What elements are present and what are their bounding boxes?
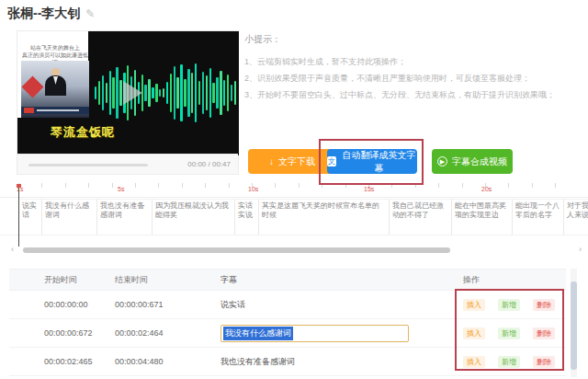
- waveform-bar: [112, 77, 114, 109]
- ruler-tick: [532, 183, 533, 188]
- delete-link[interactable]: 删除: [533, 327, 555, 339]
- waveform-bar: [202, 72, 204, 114]
- hscroll-left-arrow[interactable]: ‹: [11, 245, 14, 254]
- subtitle-edit-input[interactable]: 我没有什么感谢词: [220, 325, 409, 342]
- ruler-tick-label: 15s: [364, 186, 374, 192]
- edit-title-icon[interactable]: ✎: [85, 7, 95, 20]
- timeline-segment[interactable]: 我也没有准备感谢词: [97, 199, 153, 235]
- video-thumbnail: [21, 61, 89, 118]
- waveform-bar: [234, 81, 236, 105]
- cell-operations: 插入新增删除: [450, 327, 566, 339]
- waveform-bar: [166, 82, 168, 104]
- insert-link[interactable]: 插入: [463, 356, 485, 368]
- header-subtitle: 字幕: [220, 274, 450, 286]
- waveform-bar: [184, 79, 186, 107]
- timeline-playhead[interactable]: [18, 184, 19, 247]
- delete-link[interactable]: 删除: [533, 356, 555, 368]
- timeline-segment[interactable]: 其实是这届飞天奖的时候宣布名单的时候: [259, 199, 390, 235]
- hscroll-thumb[interactable]: [23, 247, 450, 253]
- insert-link[interactable]: 插入: [463, 299, 485, 311]
- waveform-bar: [152, 87, 153, 98]
- subtitle-synthesize-video-button[interactable]: ▶ 字幕合成视频: [432, 149, 513, 174]
- waveform-bar: [176, 77, 178, 109]
- tip-item-1: 1、云端剪辑实时生成，暂不支持此项操作；: [244, 53, 580, 70]
- subtitle-segments-track: 说实话我没有什么感谢词我也没有准备感谢词因为我压根就没认为我能得奖实话实说其实是…: [0, 199, 588, 235]
- waveform-bar: [187, 69, 189, 117]
- cell-end-time: 00:00:02:464: [115, 328, 220, 338]
- cell-operations: 插入新增删除: [450, 299, 566, 311]
- text-download-button[interactable]: ↓ 文字下载: [248, 149, 336, 174]
- table-row: 00:00:02:46500:00:04:480我也没有准备感谢词插入新增删除: [9, 348, 566, 376]
- timeline-segment[interactable]: 我没有什么感谢词: [42, 199, 97, 235]
- ruler-tick-label: 20s: [481, 186, 492, 192]
- timeline-segment[interactable]: 我自己就已经激动的不得了: [390, 199, 452, 235]
- vscroll-thumb[interactable]: [571, 281, 577, 370]
- table-row: 00:00:00:67200:00:02:464我没有什么感谢词插入新增删除: [9, 319, 566, 348]
- waveform-bar: [95, 86, 96, 99]
- download-icon: ↓: [269, 156, 274, 167]
- waveform-bar: [195, 63, 197, 122]
- waveform-bar: [191, 73, 193, 113]
- thumbnail-red-decoration: [21, 75, 43, 98]
- add-link[interactable]: 新增: [498, 356, 520, 368]
- waveform-bar: [163, 88, 164, 98]
- ruler-tick-label: 5s: [118, 186, 124, 192]
- ruler-tick: [88, 183, 89, 188]
- thumbnail-lower-banner: [21, 107, 89, 114]
- cell-subtitle: 我没有什么感谢词: [220, 325, 450, 342]
- video-subtitle-caption: 琴流盒饭呢: [51, 124, 115, 141]
- insert-link[interactable]: 插入: [463, 327, 485, 339]
- hscroll-right-arrow[interactable]: ›: [579, 245, 582, 254]
- cell-subtitle: 说实话: [220, 299, 450, 311]
- ruler-tick: [415, 183, 416, 188]
- waveform-bar: [231, 85, 232, 101]
- timeline-segment[interactable]: 能在中国最高奖项的实现里边: [452, 199, 513, 235]
- page-title: 张桐--李大钊✎: [7, 6, 95, 22]
- video-player[interactable]: 站在飞天奖的舞台上 真正的演员可以如此谦逊低调 琴流盒饭呢 00:00 / 00…: [17, 30, 239, 175]
- audio-waveform: [95, 37, 236, 149]
- waveform-bar: [98, 81, 100, 105]
- timeline-segment[interactable]: 能出现一个八零后的名字: [513, 199, 564, 235]
- waveform-bar: [116, 67, 118, 119]
- ruler-tick-label: 10s: [248, 186, 258, 192]
- table-row: 00:00:00:0000:00:00:671说实话插入新增删除: [9, 291, 566, 319]
- ruler-tick: [345, 183, 346, 188]
- cell-end-time: 00:00:04:480: [115, 357, 220, 366]
- cell-start-time: 00:00:00:00: [9, 300, 115, 309]
- waveform-bar: [216, 77, 218, 109]
- waveform-bar: [170, 74, 172, 112]
- player-progress-row: 00:00 / 00:47: [17, 154, 238, 174]
- ruler-tick: [438, 183, 439, 188]
- waveform-bar: [159, 89, 161, 97]
- tip-item-2: 2、识别效果受限于声音质量，不清晰且严重影响使用时，可反馈至客服处理；: [244, 70, 580, 86]
- timeline-segment[interactable]: 说实话: [18, 199, 42, 235]
- ruler-tick: [275, 183, 276, 188]
- ruler-tick: [229, 183, 230, 188]
- cell-start-time: 00:00:02:465: [9, 357, 115, 366]
- auto-translate-english-button[interactable]: 文 自动翻译成英文字幕: [327, 149, 417, 174]
- cell-subtitle: 我也没有准备感谢词: [220, 356, 450, 368]
- timeline-ruler: 1s5s10s15s20s: [0, 183, 588, 198]
- waveform-bar: [212, 83, 214, 103]
- add-link[interactable]: 新增: [498, 299, 520, 311]
- progress-bar[interactable]: [28, 164, 148, 167]
- ruler-tick: [205, 183, 206, 188]
- waveform-bar: [102, 75, 104, 110]
- timeline-segment[interactable]: 因为我压根就没认为我能得奖: [153, 199, 235, 235]
- delete-link[interactable]: 删除: [533, 299, 555, 311]
- waveform-bar: [198, 81, 200, 105]
- waveform-bar: [223, 80, 225, 106]
- timeline-segment[interactable]: 实话实说: [235, 199, 259, 235]
- ruler-tick: [299, 183, 300, 188]
- play-icon[interactable]: [123, 81, 142, 105]
- tips-title: 小提示：: [244, 33, 580, 46]
- translate-icon: 文: [327, 156, 336, 167]
- timeline-segment[interactable]: 对于我个人来说: [564, 199, 588, 235]
- time-display: 00:00 / 00:47: [187, 160, 231, 168]
- waveform-bar: [206, 75, 208, 110]
- cell-operations: 插入新增删除: [450, 356, 566, 368]
- add-link[interactable]: 新增: [498, 327, 520, 339]
- cell-start-time: 00:00:00:672: [9, 328, 115, 338]
- waveform-bar: [109, 71, 111, 115]
- header-operations: 操作: [450, 274, 566, 286]
